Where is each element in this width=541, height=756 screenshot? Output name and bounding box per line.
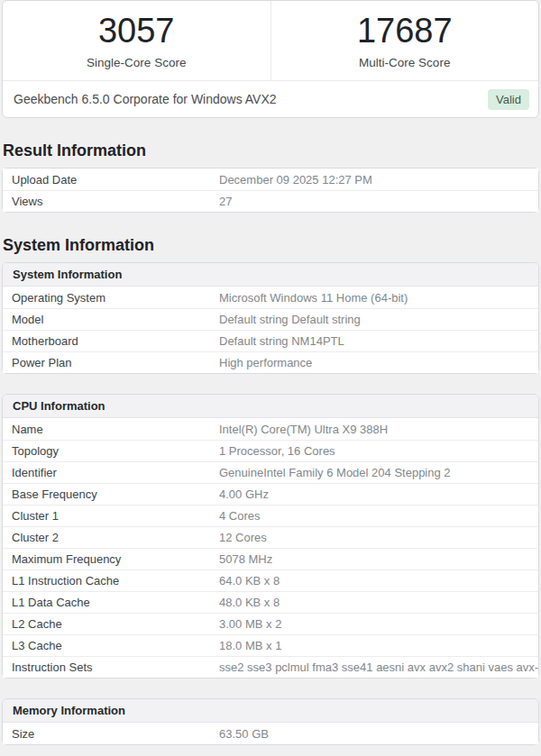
row-label: Cluster 1: [3, 509, 219, 523]
row-value: 4 Cores: [219, 509, 538, 523]
system-information-table: System Information Operating System Micr…: [2, 262, 539, 374]
row-value: 64.0 KB x 8: [219, 574, 538, 587]
row-label: Identifier: [3, 466, 219, 479]
table-title: CPU Information: [3, 395, 538, 418]
row-label: Power Plan: [3, 356, 219, 369]
table-row: Operating System Microsoft Windows 11 Ho…: [3, 287, 538, 308]
row-value: Default string NM14PTL: [219, 334, 538, 348]
row-value: 18.0 MB x 1: [219, 639, 538, 652]
table-row: L3 Cache 18.0 MB x 1: [3, 634, 538, 656]
row-label: Name: [3, 423, 219, 436]
row-label: Topology: [3, 444, 219, 458]
table-row: Name Intel(R) Core(TM) Ultra X9 388H: [3, 418, 538, 440]
table-row: Power Plan High performance: [3, 351, 538, 373]
table-title: Memory Information: [3, 699, 538, 723]
row-value: 27: [219, 195, 538, 208]
multi-core-score-value: 17687: [357, 14, 453, 48]
cpu-information-table: CPU Information Name Intel(R) Core(TM) U…: [2, 394, 539, 679]
row-value: Microsoft Windows 11 Home (64-bit): [219, 291, 538, 305]
memory-information-table: Memory Information Size 63.50 GB: [2, 698, 539, 745]
row-label: Views: [3, 195, 219, 208]
row-value: sse2 sse3 pclmul fma3 sse41 aesni avx av…: [219, 660, 538, 674]
row-value: 1 Processor, 16 Cores: [219, 444, 538, 458]
result-information-heading: Result Information: [3, 141, 541, 160]
table-row: Base Frequency 4.00 GHz: [3, 483, 538, 505]
table-row: Motherboard Default string NM14PTL: [3, 330, 538, 351]
system-information-heading: System Information: [3, 236, 541, 255]
row-label: Cluster 2: [3, 531, 219, 544]
row-value: 3.00 MB x 2: [219, 617, 538, 631]
row-label: Size: [3, 727, 219, 741]
row-value: Default string Default string: [219, 313, 538, 326]
row-label: Model: [3, 313, 219, 326]
table-row: Upload Date December 09 2025 12:27 PM: [3, 169, 538, 190]
table-row: L1 Instruction Cache 64.0 KB x 8: [3, 569, 538, 591]
table-row: Cluster 1 4 Cores: [3, 505, 538, 526]
table-row: Views 27: [3, 190, 538, 212]
table-row: Topology 1 Processor, 16 Cores: [3, 440, 538, 461]
multi-core-score: 17687 Multi-Core Score: [270, 1, 539, 80]
row-value: High performance: [219, 356, 538, 369]
row-label: Upload Date: [3, 173, 219, 187]
row-value: GenuineIntel Family 6 Model 204 Stepping…: [219, 466, 538, 479]
table-row: Cluster 2 12 Cores: [3, 526, 538, 548]
row-label: L1 Instruction Cache: [3, 574, 219, 587]
row-label: Maximum Frequency: [3, 552, 219, 566]
table-row: Maximum Frequency 5078 MHz: [3, 548, 538, 569]
row-label: Motherboard: [3, 334, 219, 348]
row-value: December 09 2025 12:27 PM: [219, 173, 538, 187]
table-row: Instruction Sets sse2 sse3 pclmul fma3 s…: [3, 656, 538, 678]
benchmark-row: Geekbench 6.5.0 Corporate for Windows AV…: [3, 80, 538, 117]
single-core-score: 3057 Single-Core Score: [3, 1, 270, 80]
score-card: 3057 Single-Core Score 17687 Multi-Core …: [2, 0, 539, 118]
row-label: L2 Cache: [3, 617, 219, 631]
row-value: 48.0 KB x 8: [219, 596, 538, 609]
row-label: L3 Cache: [3, 639, 219, 652]
benchmark-title: Geekbench 6.5.0 Corporate for Windows AV…: [14, 92, 488, 106]
table-row: L1 Data Cache 48.0 KB x 8: [3, 591, 538, 613]
row-label: Base Frequency: [3, 487, 219, 501]
table-row: Model Default string Default string: [3, 308, 538, 330]
row-label: Operating System: [3, 291, 219, 305]
table-row: Identifier GenuineIntel Family 6 Model 2…: [3, 461, 538, 483]
single-core-score-label: Single-Core Score: [87, 57, 186, 69]
result-information-table: Upload Date December 09 2025 12:27 PM Vi…: [2, 168, 539, 213]
single-core-score-value: 3057: [98, 14, 175, 48]
row-label: Instruction Sets: [3, 660, 219, 674]
row-value: 12 Cores: [219, 531, 538, 544]
table-title: System Information: [3, 263, 538, 287]
valid-badge: Valid: [488, 89, 529, 110]
row-value: 63.50 GB: [219, 727, 538, 741]
multi-core-score-label: Multi-Core Score: [359, 57, 450, 69]
score-row: 3057 Single-Core Score 17687 Multi-Core …: [3, 1, 538, 80]
table-row: L2 Cache 3.00 MB x 2: [3, 613, 538, 634]
row-value: 5078 MHz: [219, 552, 538, 566]
table-row: Size 63.50 GB: [3, 723, 538, 744]
row-label: L1 Data Cache: [3, 596, 219, 609]
row-value: Intel(R) Core(TM) Ultra X9 388H: [219, 423, 538, 436]
row-value: 4.00 GHz: [219, 487, 538, 501]
